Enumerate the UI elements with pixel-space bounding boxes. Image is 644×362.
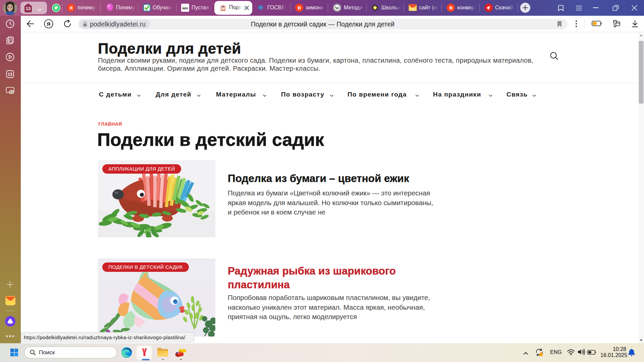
svg-text:13: 13 [26, 6, 31, 11]
svg-text:Я: Я [47, 21, 51, 27]
svg-text:Я: Я [69, 5, 73, 11]
svg-text:W: W [335, 5, 339, 10]
svg-text:WIX: WIX [182, 7, 188, 10]
svg-text:Я: Я [449, 5, 452, 11]
svg-text:Я: Я [298, 5, 301, 11]
svg-text:13: 13 [8, 72, 12, 77]
